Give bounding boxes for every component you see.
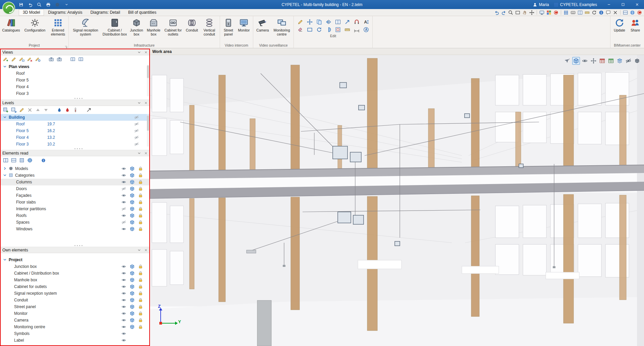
close-view-icon[interactable]	[612, 9, 619, 15]
lock-icon[interactable]	[138, 220, 143, 225]
info-icon[interactable]	[40, 157, 46, 163]
own-row-signal-reception[interactable]: Signal reception system	[1, 290, 149, 297]
app-logo-button[interactable]	[2, 1, 16, 15]
minimize-button[interactable]	[602, 0, 616, 9]
own-row-cabinet-distribution[interactable]: Cabinet / Distribution box	[1, 270, 149, 277]
comment-icon[interactable]	[605, 9, 611, 15]
lock-icon[interactable]	[138, 271, 143, 276]
visibility-toggle-icon[interactable]	[121, 284, 126, 289]
lock-icon[interactable]	[138, 264, 143, 269]
info-icon[interactable]	[598, 9, 604, 15]
visibility-toggle-icon[interactable]	[134, 135, 139, 140]
zoom-in-icon[interactable]	[507, 9, 514, 15]
isolate-3d-icon[interactable]	[130, 220, 135, 225]
tab-diagrams-analysis[interactable]: Diagrams: Analysis	[44, 9, 86, 16]
layers-icon[interactable]	[616, 57, 624, 65]
collapse-panel-icon[interactable]	[138, 51, 141, 54]
visibility-toggle-icon[interactable]	[121, 213, 126, 218]
chevron-down-icon[interactable]	[3, 258, 7, 262]
lock-icon[interactable]	[138, 213, 143, 218]
quantities-table-icon[interactable]	[607, 57, 615, 65]
close-panel-icon[interactable]	[144, 51, 148, 54]
isolate-3d-icon[interactable]	[130, 186, 135, 191]
lock-icon[interactable]	[138, 186, 143, 191]
share-button[interactable]: Share	[628, 17, 643, 33]
settings-icon[interactable]	[54, 2, 60, 7]
vertical-conduit-button[interactable]: Vertical conduit	[200, 17, 218, 37]
copy-icon[interactable]	[315, 18, 323, 25]
isolate-3d-icon[interactable]	[130, 173, 135, 178]
visibility-toggle-icon[interactable]	[121, 166, 126, 171]
record-icon[interactable]	[553, 9, 559, 15]
rotate-icon[interactable]	[315, 26, 323, 33]
solid-model-icon[interactable]	[633, 57, 641, 65]
isolate-3d-icon[interactable]	[130, 207, 135, 211]
level-row-roof[interactable]: Roof19.7	[1, 121, 149, 127]
viewports-icon[interactable]	[546, 9, 552, 15]
panel-splitter[interactable]	[1, 147, 149, 150]
lock-icon[interactable]	[138, 325, 143, 329]
visibility-toggle-icon[interactable]	[121, 278, 126, 282]
isolate-3d-icon[interactable]	[130, 166, 135, 171]
street-panel-button[interactable]: Street panel	[221, 17, 235, 37]
arc-icon[interactable]	[325, 26, 332, 33]
lock-icon[interactable]	[138, 284, 143, 289]
junction-box-button[interactable]: Junction box	[128, 17, 145, 37]
camera-button[interactable]: Camera	[255, 17, 271, 33]
erase-icon[interactable]	[297, 26, 304, 33]
snap-icon[interactable]	[353, 18, 360, 25]
tree-node-categories[interactable]: Categories	[1, 172, 149, 179]
chevron-down-icon[interactable]	[3, 65, 7, 69]
transparency-icon[interactable]	[625, 57, 632, 65]
extend-icon[interactable]	[343, 18, 351, 25]
cabinet-distribution-button[interactable]: Cabinet / Distribution box	[102, 17, 128, 37]
measure-icon[interactable]	[584, 9, 590, 15]
view-duplicate-icon[interactable]	[19, 56, 25, 62]
visibility-toggle-icon[interactable]	[134, 128, 139, 133]
configuration-button[interactable]: Configuration	[21, 17, 48, 33]
signal-reception-button[interactable]: Signal reception system	[70, 17, 101, 37]
category-row-roofs[interactable]: Roofs	[1, 212, 149, 219]
tab-diagrams-detail[interactable]: Diagrams: Detail	[86, 9, 124, 16]
isolate-3d-icon[interactable]	[130, 298, 135, 302]
text-height-icon[interactable]	[362, 18, 370, 25]
show-hide-icon[interactable]	[581, 57, 589, 65]
assign-level-icon[interactable]	[86, 107, 92, 113]
visibility-toggle-icon[interactable]	[134, 122, 139, 126]
views-panel-header[interactable]: Views	[1, 49, 149, 55]
level-row-floor5[interactable]: Floor 516.2	[1, 127, 149, 134]
isolate-3d-icon[interactable]	[130, 200, 135, 205]
visibility-toggle-icon[interactable]	[121, 220, 126, 225]
maximize-button[interactable]	[616, 0, 630, 9]
view-import-icon[interactable]	[78, 56, 84, 62]
undo-icon[interactable]	[27, 2, 33, 7]
scene-read-icon[interactable]	[56, 56, 62, 62]
own-row-cabinet-outlets[interactable]: Cabinet for outlets	[1, 283, 149, 290]
bimserver-account[interactable]: CYPETEL Examples	[554, 2, 597, 7]
visibility-toggle-icon[interactable]	[121, 311, 126, 316]
isolate-3d-icon[interactable]	[130, 264, 135, 269]
visibility-toggle-icon[interactable]	[121, 180, 126, 184]
own-row-monitor[interactable]: Monitor	[1, 310, 149, 317]
collapse-panel-icon[interactable]	[138, 248, 141, 252]
rectangle-icon[interactable]	[306, 26, 313, 33]
user-account[interactable]: Maria	[533, 2, 549, 7]
zoom-window-icon[interactable]	[515, 9, 521, 15]
bimserver-globe-icon[interactable]	[629, 9, 636, 15]
lock-icon[interactable]	[138, 298, 143, 302]
lock-icon[interactable]	[138, 207, 143, 211]
lock-icon[interactable]	[138, 318, 143, 323]
category-row-floor-slabs[interactable]: Floor slabs	[1, 199, 149, 206]
isolate-3d-icon[interactable]	[130, 284, 135, 289]
category-row-facades[interactable]: Façades	[1, 192, 149, 199]
isolate-3d-icon[interactable]	[130, 278, 135, 282]
collapse-panel-icon[interactable]	[138, 101, 141, 105]
own-row-monitoring-centre[interactable]: Monitoring centre	[1, 324, 149, 330]
scene-save-icon[interactable]	[48, 56, 54, 62]
visibility-toggle-icon[interactable]	[121, 291, 126, 296]
viewport-3d[interactable]: Z Y	[150, 55, 644, 346]
visibility-toggle-icon[interactable]	[121, 227, 126, 231]
tree-node-models[interactable]: Models	[1, 165, 149, 172]
isolate-3d-icon[interactable]	[130, 291, 135, 296]
isolate-3d-icon[interactable]	[130, 304, 135, 309]
